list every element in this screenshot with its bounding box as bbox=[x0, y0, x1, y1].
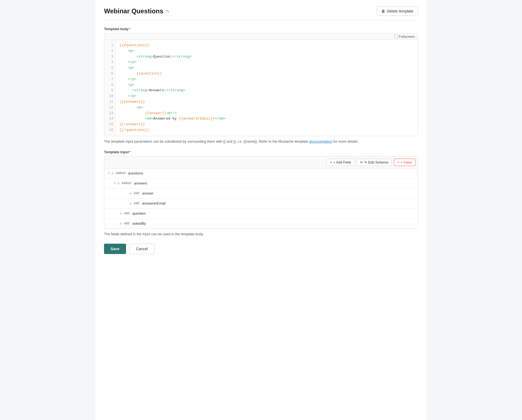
schema-row[interactable]: ≡ABCaskedBy bbox=[104, 219, 418, 228]
header-divider bbox=[104, 20, 418, 20]
type-badge: ABC bbox=[134, 192, 140, 195]
template-input-section: Template input* + + Add Field ✏ ✎ Edit S… bbox=[104, 150, 418, 236]
save-button[interactable]: Save bbox=[104, 244, 126, 254]
drag-icon[interactable]: ≡ bbox=[129, 191, 131, 196]
template-hint: The template input parameters can be sub… bbox=[104, 139, 418, 143]
edit-schema-button[interactable]: ✏ ✎ Edit Schema bbox=[357, 159, 392, 166]
clear-icon: × bbox=[397, 160, 400, 164]
field-name: question bbox=[132, 211, 146, 215]
field-name: answererEmail bbox=[142, 201, 165, 205]
type-badge: ARRAY bbox=[122, 182, 132, 185]
drag-icon[interactable]: ≡ bbox=[120, 221, 122, 226]
code-line-8: <p> bbox=[120, 82, 414, 88]
schema-tree: ▾≡ARRAYquestions▾≡ARRAYanswers≡ABCanswer… bbox=[104, 168, 418, 229]
schema-row[interactable]: ≡ABCquestion bbox=[104, 209, 418, 219]
add-icon: + bbox=[330, 160, 332, 164]
code-area[interactable]: 12345678910111213141516 {{#questions}} <… bbox=[104, 40, 418, 136]
required-star: * bbox=[129, 27, 131, 31]
drag-icon[interactable]: ≡ bbox=[117, 181, 120, 186]
code-line-4: </p> bbox=[120, 59, 414, 65]
edit-title-icon[interactable]: ✎ bbox=[166, 9, 169, 14]
field-name: questions bbox=[128, 171, 143, 175]
trash-icon: 🗑 bbox=[381, 9, 385, 13]
code-line-9: <strong>Answers:</strong> bbox=[120, 88, 414, 93]
chevron-icon[interactable]: ▾ bbox=[114, 181, 116, 185]
footer-actions: Save Cancel bbox=[104, 244, 418, 254]
code-line-16: {{/questions}} bbox=[120, 127, 414, 133]
code-line-12: <p> bbox=[120, 105, 414, 111]
fields-hint: The fields defined in the input can be u… bbox=[104, 232, 418, 236]
pencil-icon: ✏ bbox=[360, 160, 363, 164]
template-body-label: Template body* bbox=[104, 27, 418, 31]
code-line-14: <em>Answered by {{answererEmail}}</em> bbox=[120, 116, 414, 122]
drag-icon[interactable]: ≡ bbox=[111, 171, 114, 175]
type-badge: ARRAY bbox=[116, 172, 126, 175]
schema-row[interactable]: ≡ABCanswer bbox=[104, 189, 418, 199]
field-name: answers bbox=[134, 181, 147, 185]
title-row: Webinar Questions ✎ bbox=[104, 7, 169, 15]
add-field-button[interactable]: + + Add Field bbox=[326, 159, 354, 166]
page-title: Webinar Questions bbox=[104, 7, 163, 15]
code-line-5: <p> bbox=[120, 65, 414, 71]
line-numbers: 12345678910111213141516 bbox=[104, 40, 116, 136]
code-line-2: <p> bbox=[120, 48, 414, 54]
code-line-1: {{#questions}} bbox=[120, 43, 414, 48]
fullscreen-button[interactable]: ⛶ Fullscreen bbox=[394, 35, 415, 39]
fullscreen-icon: ⛶ bbox=[394, 35, 398, 39]
chevron-icon[interactable]: ▾ bbox=[108, 171, 110, 175]
code-content[interactable]: {{#questions}} <p> <strong>Question:</st… bbox=[116, 40, 418, 136]
field-name: answer bbox=[142, 191, 153, 195]
delete-template-button[interactable]: 🗑 Delete template bbox=[377, 7, 418, 16]
type-badge: ABC bbox=[124, 212, 130, 215]
code-line-3: <strong>Question:</strong> bbox=[120, 54, 414, 60]
schema-row[interactable]: ≡ABCanswererEmail bbox=[104, 199, 418, 209]
documentation-link[interactable]: documentation bbox=[309, 139, 332, 143]
type-badge: ABC bbox=[124, 222, 130, 225]
clear-button[interactable]: × × Clear bbox=[394, 159, 416, 166]
cancel-button[interactable]: Cancel bbox=[129, 244, 155, 254]
code-line-6: {{question}} bbox=[120, 71, 414, 77]
editor-toolbar: ⛶ Fullscreen bbox=[104, 33, 418, 40]
template-input-label: Template input* bbox=[104, 150, 418, 154]
drag-icon[interactable]: ≡ bbox=[120, 211, 122, 216]
code-line-7: </p> bbox=[120, 77, 414, 82]
field-name: askedBy bbox=[132, 221, 146, 225]
input-toolbar: + + Add Field ✏ ✎ Edit Schema × × Clear bbox=[104, 156, 418, 168]
drag-icon[interactable]: ≡ bbox=[129, 201, 131, 206]
code-line-10: </p> bbox=[120, 93, 414, 99]
required-star-input: * bbox=[129, 150, 131, 154]
template-body-section: Template body* ⛶ Fullscreen 123456789101… bbox=[104, 27, 418, 143]
code-line-11: {{#answers}} bbox=[120, 99, 414, 105]
page-header: Webinar Questions ✎ 🗑 Delete template bbox=[104, 7, 418, 16]
type-badge: ABC bbox=[134, 202, 140, 205]
code-line-13: {{answer}}<br/> bbox=[120, 111, 414, 116]
schema-row[interactable]: ▾≡ARRAYquestions bbox=[104, 168, 418, 178]
code-line-15: {{/answers}} bbox=[120, 122, 414, 127]
code-editor[interactable]: ⛶ Fullscreen 12345678910111213141516 {{#… bbox=[104, 33, 418, 136]
schema-row[interactable]: ▾≡ARRAYanswers bbox=[104, 178, 418, 189]
